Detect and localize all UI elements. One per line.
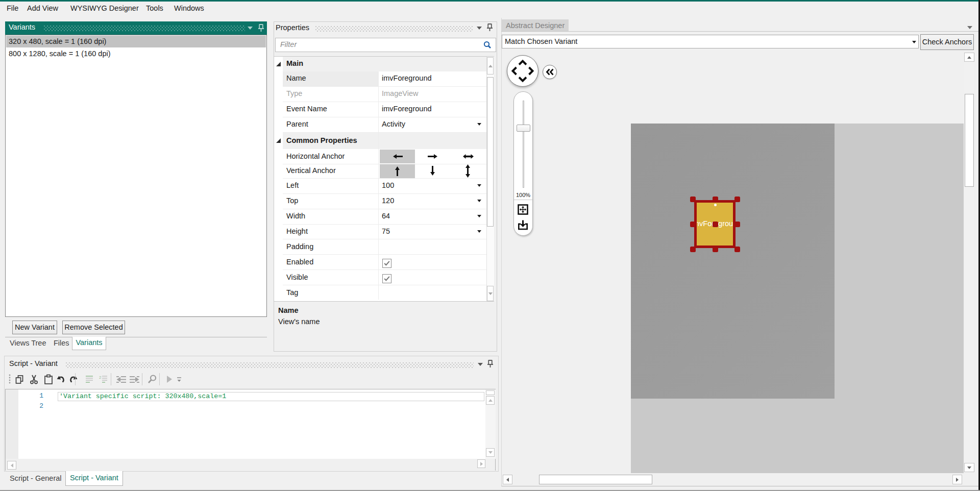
svg-text:2: 2 [99,375,102,380]
